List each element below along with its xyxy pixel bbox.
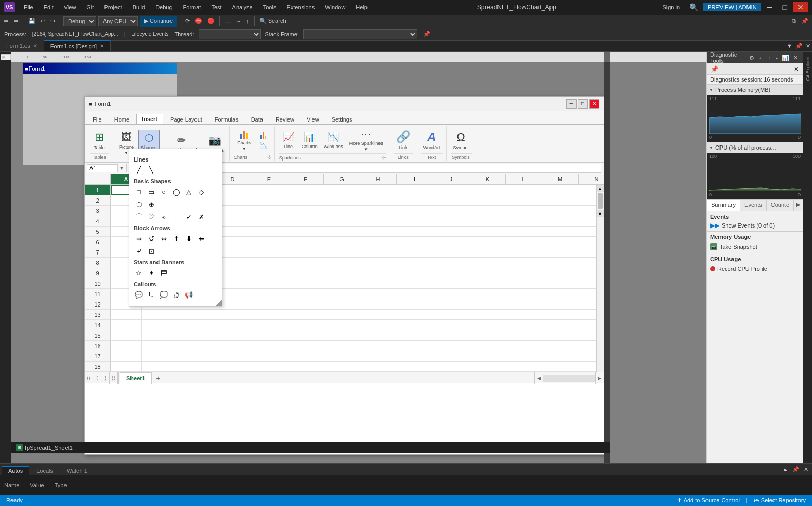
ribbon-tab-formulas[interactable]: Formulas <box>209 114 244 124</box>
scrollbar-up[interactable]: ▲ <box>597 185 604 192</box>
shape-callout1[interactable]: 💬 <box>134 289 144 300</box>
toolbar-btn2[interactable]: ⛔ <box>193 16 204 27</box>
ribbon-tab-review[interactable]: Review <box>270 114 300 124</box>
form-maximize-button[interactable]: □ <box>578 99 588 109</box>
col-header-J[interactable]: J <box>433 174 469 184</box>
toolbar-btn6[interactable]: ↑ <box>245 16 251 27</box>
cell-A17[interactable] <box>111 351 142 361</box>
toolbar-btn3[interactable]: 🔴 <box>206 16 216 27</box>
row-header-1[interactable]: 1 <box>85 185 111 195</box>
diag-zoom-in-button[interactable]: + <box>767 54 773 62</box>
designer-v-scrollbar[interactable] <box>604 52 610 463</box>
shape-callout3[interactable]: 💭 <box>159 289 169 300</box>
row-header-13[interactable]: 13 <box>85 310 111 320</box>
tab-form1-cs[interactable]: Form1.cs ✕ <box>0 40 44 51</box>
cell-row14-rest[interactable] <box>142 320 596 330</box>
ribbon-tab-pagelayout[interactable]: Page Layout <box>164 114 208 124</box>
sheet-tab-sheet1[interactable]: Sheet1 <box>120 372 152 384</box>
shape-arrow-both[interactable]: ⇔ <box>159 233 169 244</box>
diag-tab-arrow-right[interactable]: ▶ <box>794 200 803 211</box>
show-events-button[interactable]: ▶▶ Show Events (0 of 0) <box>710 222 800 229</box>
row-header-9[interactable]: 9 <box>85 268 111 278</box>
row-header-15[interactable]: 15 <box>85 330 111 341</box>
shape-callout5[interactable]: 📢 <box>184 289 194 300</box>
search-toolbar-button[interactable]: 🔍 Search <box>258 16 288 27</box>
record-cpu-profile-button[interactable]: Record CPU Profile <box>710 264 800 273</box>
shape-arrow-right[interactable]: ⇒ <box>134 233 144 244</box>
line-button[interactable]: 📈 Line <box>279 130 298 151</box>
shape-banner[interactable]: ⛿ <box>159 268 169 278</box>
shape-arrow-up[interactable]: ⬆ <box>171 233 181 244</box>
cell-row17-rest[interactable] <box>142 351 596 361</box>
row-header-7[interactable]: 7 <box>85 247 111 258</box>
bar-chart-button[interactable] <box>256 130 271 140</box>
row-header-2[interactable]: 2 <box>85 195 111 206</box>
shape-arrow-corner[interactable]: ⤶ <box>134 246 144 256</box>
toolbar-btn5[interactable]: → <box>234 16 243 27</box>
tab-dropdown-button[interactable]: ▼ <box>785 40 794 51</box>
diag-back-button[interactable]: ← <box>757 54 766 62</box>
stackframe-pin[interactable]: 📌 <box>422 29 432 40</box>
shape-arrow-down[interactable]: ⬇ <box>184 233 194 244</box>
shape-star4[interactable]: ☆ <box>134 268 144 278</box>
menu-build[interactable]: Build <box>129 4 148 10</box>
menu-file[interactable]: File <box>21 4 36 10</box>
diag-gear-button[interactable]: ⚙ <box>748 54 756 62</box>
row-header-18[interactable]: 18 <box>85 362 111 372</box>
more-sparklines-button[interactable]: ⋯ More Sparklines ▼ <box>347 127 386 153</box>
undo-button[interactable]: ↩ <box>39 16 47 27</box>
shape-circle[interactable]: ○ <box>159 187 169 197</box>
name-box-arrow[interactable]: ▼ <box>119 165 124 171</box>
cell-row13-rest[interactable] <box>142 310 596 319</box>
cell-A14[interactable] <box>111 320 142 330</box>
menu-help[interactable]: Help <box>352 4 371 10</box>
shape-curved[interactable]: ⟐ <box>159 211 169 222</box>
sheet-scroll-start[interactable]: ⟨⟨ <box>85 372 93 384</box>
diag-zoom-out-button[interactable]: - <box>774 54 779 62</box>
tab-form1-cs-close[interactable]: ✕ <box>33 43 37 49</box>
row-header-5[interactable]: 5 <box>85 227 111 237</box>
sheet-scroll-end[interactable]: ⟩⟩ <box>110 372 118 384</box>
sparklines-group-expand[interactable]: ⊹ <box>382 155 386 161</box>
search-icon[interactable]: 🔍 <box>686 2 701 12</box>
tab-form1-design[interactable]: Form1.cs [Design] ✕ <box>44 40 111 51</box>
shape-diamond[interactable]: ◇ <box>196 187 206 197</box>
row-header-14[interactable]: 14 <box>85 320 111 330</box>
shape-line2[interactable]: ╲ <box>146 165 156 175</box>
add-sheet-button[interactable]: + <box>152 374 164 382</box>
close-button[interactable]: ✕ <box>793 2 808 12</box>
bottom-panel-pin[interactable]: 📌 <box>791 463 801 475</box>
bottom-tab-autos[interactable]: Autos <box>2 466 29 475</box>
scrollbar-down[interactable]: ▼ <box>597 210 604 217</box>
diag-toolbar-pin[interactable]: 📌 <box>709 65 720 73</box>
charts-group-expand[interactable]: ⊹ <box>267 154 271 160</box>
shape-hexagon[interactable]: ⬡ <box>134 199 144 209</box>
form-close-button[interactable]: ✕ <box>589 99 599 109</box>
row-header-16[interactable]: 16 <box>85 341 111 351</box>
menu-tools[interactable]: Tools <box>260 4 280 10</box>
toolbar-right1[interactable]: ⧉ <box>790 16 797 27</box>
link-button[interactable]: 🔗 Link <box>394 129 413 152</box>
row-header-11[interactable]: 11 <box>85 289 111 299</box>
row-header-10[interactable]: 10 <box>85 278 111 289</box>
menu-git[interactable]: Git <box>83 4 97 10</box>
h-scroll-right[interactable]: ▶ <box>595 372 604 384</box>
shape-crosshair[interactable]: ⊕ <box>146 199 156 209</box>
diag-tab-counter[interactable]: Counte <box>767 200 794 211</box>
diag-toolbar-close[interactable]: ✕ <box>792 65 801 73</box>
cell-A16[interactable] <box>111 341 142 351</box>
row-header-17[interactable]: 17 <box>85 351 111 362</box>
shape-check[interactable]: ✓ <box>184 211 194 222</box>
shape-heart[interactable]: ♡ <box>146 211 156 222</box>
ribbon-tab-data[interactable]: Data <box>245 114 269 124</box>
process-selector[interactable]: [2164] SpreadNET_FlowChart_App... <box>31 29 120 40</box>
ribbon-tab-view[interactable]: View <box>301 114 325 124</box>
ribbon-tab-insert[interactable]: Insert <box>136 114 163 124</box>
shape-rect[interactable]: □ <box>134 187 144 197</box>
shape-callout2[interactable]: 🗨 <box>146 289 156 300</box>
form-minimize-button[interactable]: ─ <box>566 99 577 109</box>
col-header-K[interactable]: K <box>469 174 506 184</box>
winloss-sp-button[interactable]: 📉 Win/Loss <box>321 130 346 151</box>
ribbon-tab-home[interactable]: Home <box>109 114 135 124</box>
menu-extensions[interactable]: Extensions <box>283 4 318 10</box>
